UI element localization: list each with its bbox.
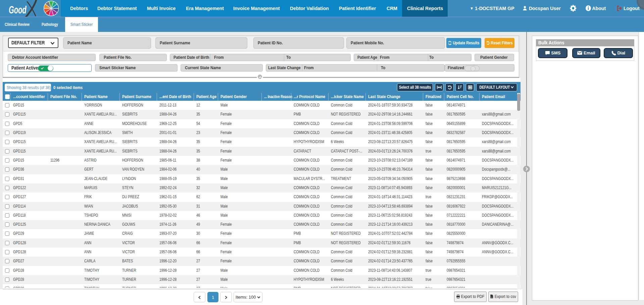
svg-text:csv: csv xyxy=(491,296,493,298)
